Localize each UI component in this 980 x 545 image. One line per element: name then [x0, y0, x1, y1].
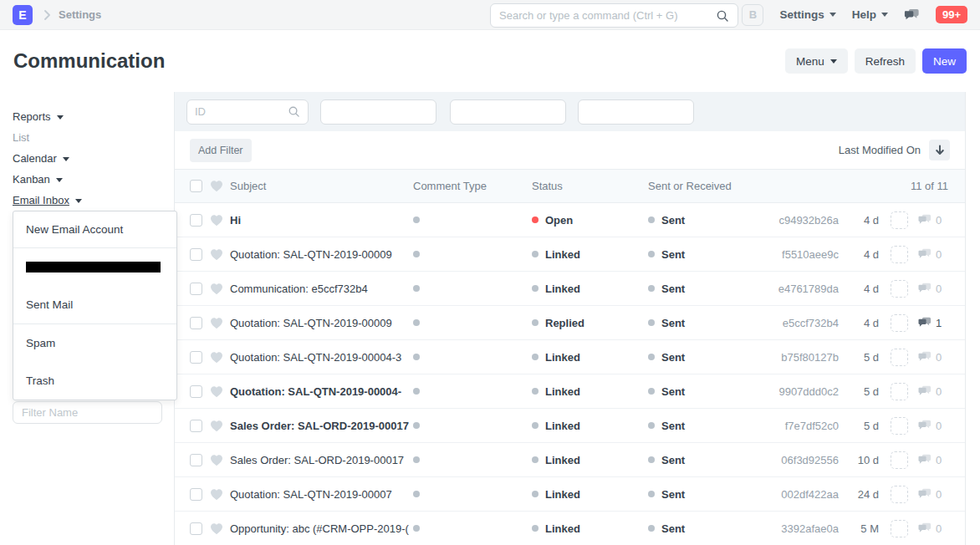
- comment-count[interactable]: 0: [918, 214, 948, 227]
- heart-icon[interactable]: [210, 488, 223, 501]
- table-row[interactable]: Quotation: SAL-QTN-2019-00009LinkedSentf…: [175, 237, 965, 272]
- breadcrumb[interactable]: Settings: [59, 8, 101, 21]
- new-button[interactable]: New: [922, 48, 967, 74]
- assign-placeholder[interactable]: [891, 349, 908, 366]
- row-subject[interactable]: Quotation: SAL-QTN-2019-00007: [230, 488, 413, 501]
- id-filter-input[interactable]: [195, 105, 288, 118]
- assign-placeholder[interactable]: [891, 383, 908, 400]
- row-checkbox[interactable]: [190, 248, 202, 261]
- row-subject[interactable]: Quotation: SAL-QTN-2019-00004-: [230, 385, 413, 398]
- dropdown-item-sent-mail[interactable]: Sent Mail: [13, 286, 176, 323]
- row-checkbox[interactable]: [190, 214, 202, 227]
- chat-icon[interactable]: [904, 8, 920, 22]
- row-id[interactable]: 9907ddd0c2: [762, 385, 839, 398]
- row-checkbox[interactable]: [190, 420, 202, 432]
- heart-icon[interactable]: [210, 317, 223, 329]
- row-id[interactable]: e4761789da: [762, 283, 839, 295]
- heart-icon[interactable]: [210, 283, 223, 295]
- row-subject[interactable]: Quotation: SAL-QTN-2019-00004-3: [230, 351, 413, 364]
- sort-direction-button[interactable]: [929, 140, 950, 160]
- heart-icon[interactable]: [210, 522, 223, 535]
- navbar-settings-menu[interactable]: Settings: [779, 8, 835, 21]
- row-checkbox[interactable]: [190, 522, 202, 535]
- refresh-button[interactable]: Refresh: [855, 48, 916, 74]
- app-logo[interactable]: E: [13, 5, 33, 25]
- menu-button[interactable]: Menu: [785, 48, 848, 74]
- row-subject[interactable]: Quotation: SAL-QTN-2019-00009: [230, 317, 413, 329]
- table-row[interactable]: Quotation: SAL-QTN-2019-00007LinkedSent0…: [175, 477, 965, 512]
- notification-badge[interactable]: 99+: [936, 6, 967, 23]
- filter-input-3[interactable]: [450, 99, 566, 125]
- row-checkbox[interactable]: [190, 317, 202, 329]
- row-checkbox[interactable]: [190, 488, 202, 501]
- comment-count[interactable]: 1: [918, 317, 948, 329]
- table-row[interactable]: Quotation: SAL-QTN-2019-00004-3LinkedSen…: [175, 340, 965, 374]
- heart-icon[interactable]: [210, 351, 223, 364]
- row-id[interactable]: c94932b26a: [762, 214, 839, 227]
- row-subject[interactable]: Quotation: SAL-QTN-2019-00009: [230, 248, 413, 261]
- row-checkbox[interactable]: [190, 385, 202, 398]
- navbar-help-menu[interactable]: Help: [852, 8, 888, 21]
- filter-input-2[interactable]: [320, 99, 436, 125]
- heart-icon[interactable]: [210, 214, 223, 227]
- assign-placeholder[interactable]: [891, 246, 908, 263]
- row-id[interactable]: e5ccf732b4: [762, 317, 839, 329]
- assign-placeholder[interactable]: [891, 314, 908, 332]
- table-row[interactable]: Opportunity: abc (#CRM-OPP-2019-(LinkedS…: [175, 512, 965, 545]
- assign-placeholder[interactable]: [891, 280, 908, 298]
- assign-placeholder[interactable]: [891, 486, 908, 503]
- dropdown-item-redacted-account[interactable]: [13, 248, 176, 286]
- table-row[interactable]: Communication: e5ccf732b4LinkedSente4761…: [175, 272, 965, 306]
- comment-count[interactable]: 0: [918, 351, 948, 364]
- row-checkbox[interactable]: [190, 454, 202, 466]
- sidebar-item-email-inbox[interactable]: Email Inbox: [13, 194, 174, 207]
- comment-count[interactable]: 0: [918, 522, 948, 535]
- comment-count[interactable]: 0: [918, 283, 948, 295]
- table-row[interactable]: Sales Order: SAL-ORD-2019-00017LinkedSen…: [175, 409, 965, 443]
- add-filter-button[interactable]: Add Filter: [190, 139, 252, 162]
- assign-placeholder[interactable]: [891, 417, 908, 435]
- table-row[interactable]: Sales Order: SAL-ORD-2019-00017LinkedSen…: [175, 443, 965, 477]
- row-id[interactable]: f7e7df52c0: [762, 420, 839, 432]
- row-id[interactable]: 3392afae0a: [762, 522, 839, 535]
- assign-placeholder[interactable]: [891, 451, 908, 469]
- sidebar-item-kanban[interactable]: Kanban: [13, 173, 174, 186]
- search-input[interactable]: [499, 9, 716, 22]
- row-subject[interactable]: Sales Order: SAL-ORD-2019-00017: [230, 420, 413, 432]
- comment-count[interactable]: 0: [918, 385, 948, 398]
- row-checkbox[interactable]: [190, 283, 202, 295]
- table-row[interactable]: Quotation: SAL-QTN-2019-00009RepliedSent…: [175, 306, 965, 340]
- sidebar-item-reports[interactable]: Reports: [13, 110, 174, 124]
- row-subject[interactable]: Sales Order: SAL-ORD-2019-00017: [230, 454, 413, 466]
- heart-icon[interactable]: [210, 420, 223, 432]
- id-filter[interactable]: [186, 99, 309, 125]
- sort-field-label[interactable]: Last Modified On: [839, 144, 921, 156]
- filter-name-input[interactable]: [13, 401, 162, 424]
- row-id[interactable]: 06f3d92556: [762, 454, 839, 466]
- heart-icon[interactable]: [210, 385, 223, 398]
- row-subject[interactable]: Opportunity: abc (#CRM-OPP-2019-(: [230, 522, 413, 535]
- comment-count[interactable]: 0: [918, 454, 948, 466]
- dropdown-item-new-email-account[interactable]: New Email Account: [13, 211, 176, 247]
- dropdown-item-trash[interactable]: Trash: [13, 362, 176, 400]
- sidebar-item-calendar[interactable]: Calendar: [13, 152, 174, 166]
- heart-icon[interactable]: [210, 180, 223, 192]
- select-all-checkbox[interactable]: [190, 180, 202, 192]
- row-checkbox[interactable]: [190, 351, 202, 364]
- comment-count[interactable]: 0: [918, 488, 948, 501]
- row-subject[interactable]: Communication: e5ccf732b4: [230, 283, 413, 295]
- global-search[interactable]: [490, 3, 738, 28]
- comment-count[interactable]: 0: [918, 420, 948, 432]
- assign-placeholder[interactable]: [891, 520, 908, 537]
- table-row[interactable]: HiOpenSentc94932b26a4 d0: [175, 203, 965, 237]
- heart-icon[interactable]: [210, 454, 223, 466]
- assign-placeholder[interactable]: [891, 211, 908, 229]
- avatar[interactable]: B: [742, 4, 763, 26]
- filter-input-4[interactable]: [578, 99, 694, 125]
- row-id[interactable]: 002df422aa: [762, 488, 839, 501]
- row-id[interactable]: f5510aee9c: [762, 248, 839, 261]
- sidebar-item-list[interactable]: List: [13, 131, 174, 145]
- comment-count[interactable]: 0: [918, 248, 948, 261]
- heart-icon[interactable]: [210, 248, 223, 261]
- dropdown-item-spam[interactable]: Spam: [13, 324, 176, 362]
